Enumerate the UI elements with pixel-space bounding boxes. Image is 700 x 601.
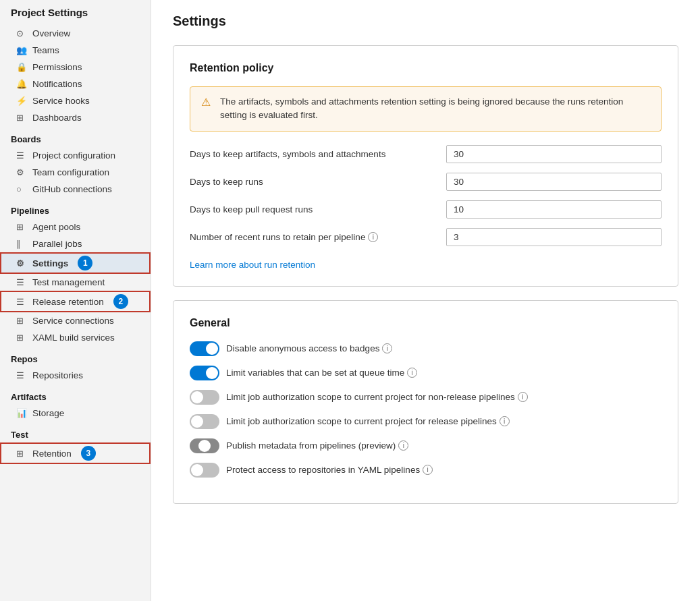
github-icon: ○: [16, 184, 27, 194]
sidebar-item-settings[interactable]: ⚙ Settings 1: [0, 252, 151, 274]
sidebar-item-overview[interactable]: ⊙ Overview: [0, 25, 151, 42]
toggle-label-protect-yaml: Protect access to repositories in YAML p…: [226, 465, 433, 475]
field-days-pr-runs: Days to keep pull request runs: [190, 200, 662, 219]
sidebar-item-xaml-build[interactable]: ⊞ XAML build services: [0, 329, 151, 346]
storage-icon: 📊: [16, 408, 27, 418]
sidebar-item-team-config[interactable]: ⚙ Team configuration: [0, 164, 151, 181]
sidebar-label-dashboards: Dashboards: [32, 113, 82, 123]
toggle-protect-yaml-repos[interactable]: [190, 463, 219, 478]
toggle-label-limit-job-auth-release: Limit job authorization scope to current…: [226, 416, 510, 426]
retention-badge: 3: [81, 446, 96, 461]
permissions-icon: 🔒: [16, 62, 27, 72]
warning-icon: ⚠: [201, 96, 213, 109]
settings-badge: 1: [78, 256, 92, 270]
sidebar-item-permissions[interactable]: 🔒 Permissions: [0, 59, 151, 76]
toggle-disable-anon-badges[interactable]: [190, 341, 219, 356]
toggle-knob: [206, 343, 218, 355]
sidebar-item-agent-pools[interactable]: ⊞ Agent pools: [0, 219, 151, 235]
toggle-label-limit-job-auth-non-release: Limit job authorization scope to current…: [226, 392, 528, 402]
main-content: Settings Retention policy ⚠ The artifact…: [151, 0, 700, 601]
input-recent-runs[interactable]: [446, 228, 662, 246]
sidebar-label-service-connections: Service connections: [32, 316, 114, 326]
input-days-artifacts[interactable]: [446, 145, 662, 163]
sidebar-label-repositories: Repositories: [32, 370, 83, 380]
warning-banner: ⚠ The artifacts, symbols and attachments…: [190, 86, 662, 132]
input-days-runs[interactable]: [446, 173, 662, 191]
recent-runs-info-icon[interactable]: i: [368, 232, 378, 242]
sidebar-label-parallel-jobs: Parallel jobs: [32, 239, 82, 249]
toggle-limit-job-auth-non-release[interactable]: [190, 390, 219, 405]
toggle-row-protect-yaml: Protect access to repositories in YAML p…: [190, 463, 662, 478]
label-days-pr-runs: Days to keep pull request runs: [190, 204, 446, 214]
toggle-row-limit-job-auth-non-release: Limit job authorization scope to current…: [190, 390, 662, 405]
sidebar-item-service-hooks[interactable]: ⚡ Service hooks: [0, 92, 151, 109]
toggle-row-publish-metadata: Publish metadata from pipelines (preview…: [190, 438, 662, 453]
sidebar-label-teams: Teams: [32, 45, 59, 55]
publish-metadata-info-icon[interactable]: i: [398, 440, 408, 451]
toggle-label-limit-vars: Limit variables that can be set at queue…: [226, 368, 417, 378]
retention-policy-heading: Retention policy: [190, 62, 662, 74]
field-days-runs: Days to keep runs: [190, 173, 662, 191]
toggle-knob: [191, 464, 203, 476]
section-pipelines: Pipelines: [0, 198, 151, 219]
parallel-jobs-icon: ∥: [16, 239, 27, 249]
sidebar-label-agent-pools: Agent pools: [32, 222, 80, 232]
limit-job-auth-non-release-info-icon[interactable]: i: [518, 392, 528, 402]
sidebar-item-parallel-jobs[interactable]: ∥ Parallel jobs: [0, 235, 151, 252]
team-config-icon: ⚙: [16, 167, 27, 177]
sidebar-label-settings: Settings: [32, 258, 68, 268]
toggle-knob: [206, 367, 218, 379]
sidebar-item-teams[interactable]: 👥 Teams: [0, 42, 151, 59]
retention-icon: ⊞: [16, 449, 27, 459]
toggle-limit-vars-queue[interactable]: [190, 366, 219, 380]
input-days-pr-runs[interactable]: [446, 200, 662, 219]
sidebar-item-test-management[interactable]: ☰ Test management: [0, 274, 151, 291]
release-retention-badge: 2: [113, 294, 128, 309]
section-repos: Repos: [0, 346, 151, 367]
toggle-publish-metadata[interactable]: [190, 438, 219, 453]
field-days-artifacts: Days to keep artifacts, symbols and atta…: [190, 145, 662, 163]
project-config-icon: ☰: [16, 150, 27, 161]
sidebar-item-project-config[interactable]: ☰ Project configuration: [0, 147, 151, 164]
dashboards-icon: ⊞: [16, 113, 27, 123]
sidebar-label-overview: Overview: [32, 28, 70, 38]
sidebar-item-service-connections[interactable]: ⊞ Service connections: [0, 312, 151, 329]
release-retention-icon: ☰: [16, 297, 27, 307]
sidebar-item-github-connections[interactable]: ○ GitHub connections: [0, 181, 151, 198]
overview-icon: ⊙: [16, 28, 27, 38]
teams-icon: 👥: [16, 45, 27, 55]
sidebar-item-notifications[interactable]: 🔔 Notifications: [0, 76, 151, 92]
sidebar-label-project-config: Project configuration: [32, 150, 115, 161]
sidebar-label-team-config: Team configuration: [32, 167, 109, 177]
disable-anon-info-icon[interactable]: i: [382, 343, 392, 353]
section-boards: Boards: [0, 126, 151, 147]
limit-job-auth-release-info-icon[interactable]: i: [500, 416, 510, 426]
toggle-row-limit-job-auth-release: Limit job authorization scope to current…: [190, 414, 662, 429]
service-hooks-icon: ⚡: [16, 96, 27, 106]
toggle-label-publish-metadata: Publish metadata from pipelines (preview…: [226, 440, 408, 451]
learn-more-link[interactable]: Learn more about run retention: [190, 260, 315, 270]
sidebar-label-notifications: Notifications: [32, 79, 82, 89]
protect-yaml-info-icon[interactable]: i: [423, 465, 433, 475]
label-days-artifacts: Days to keep artifacts, symbols and atta…: [190, 149, 446, 159]
sidebar-label-storage: Storage: [32, 408, 64, 418]
page-title: Settings: [173, 13, 678, 29]
sidebar-item-retention[interactable]: ⊞ Retention 3: [0, 442, 151, 464]
sidebar-item-storage[interactable]: 📊 Storage: [0, 405, 151, 422]
toggle-row-disable-anon: Disable anonymous access to badges i: [190, 341, 662, 356]
toggle-limit-job-auth-release[interactable]: [190, 414, 219, 429]
label-days-runs: Days to keep runs: [190, 177, 446, 187]
sidebar-item-dashboards[interactable]: ⊞ Dashboards: [0, 109, 151, 126]
general-heading: General: [190, 317, 662, 329]
service-connections-icon: ⊞: [16, 316, 27, 326]
sidebar-label-github-connections: GitHub connections: [32, 184, 112, 194]
sidebar-item-repositories[interactable]: ☰ Repositories: [0, 367, 151, 384]
sidebar-item-release-retention[interactable]: ☰ Release retention 2: [0, 291, 151, 312]
toggle-label-disable-anon: Disable anonymous access to badges i: [226, 343, 392, 353]
sidebar-title: Project Settings: [0, 0, 151, 25]
warning-text: The artifacts, symbols and attachments r…: [220, 95, 650, 123]
section-test: Test: [0, 422, 151, 442]
limit-vars-info-icon[interactable]: i: [407, 368, 417, 378]
general-card: General Disable anonymous access to badg…: [173, 300, 678, 504]
toggle-row-limit-vars: Limit variables that can be set at queue…: [190, 366, 662, 380]
